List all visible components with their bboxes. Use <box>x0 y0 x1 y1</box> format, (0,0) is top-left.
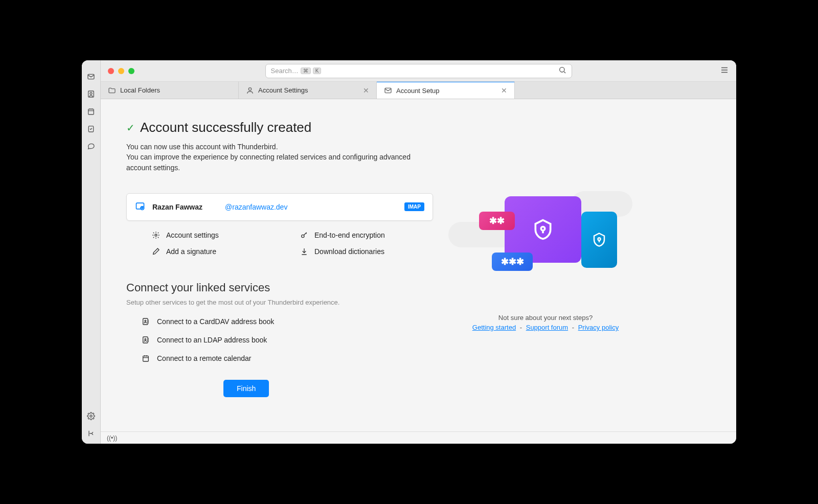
chat-icon[interactable] <box>86 141 96 151</box>
sync-icon: ((•)) <box>107 434 117 442</box>
asterisk-pill: ✱✱ <box>479 212 515 230</box>
svg-point-20 <box>598 238 601 240</box>
link-support-forum[interactable]: Support forum <box>526 324 568 331</box>
action-label: Download dictionaries <box>314 247 384 256</box>
action-dictionaries[interactable]: Download dictionaries <box>300 247 433 256</box>
svg-point-17 <box>145 338 146 340</box>
mail-setup-icon <box>384 86 392 95</box>
svg-rect-3 <box>88 109 94 114</box>
main-area: Search… ⌘ K Local Folders Account Settin… <box>101 60 736 444</box>
tab-bar: Local Folders Account Settings ✕ Account… <box>101 82 736 99</box>
linked-services-title: Connect your linked services <box>126 281 433 294</box>
svg-point-6 <box>559 67 564 72</box>
page-title: Account successfully created <box>140 120 311 135</box>
svg-point-12 <box>155 234 157 236</box>
linked-services-subtitle: Setup other services to get the most out… <box>126 299 433 306</box>
tab-local-folders[interactable]: Local Folders <box>101 82 239 99</box>
search-placeholder: Search… <box>271 67 299 75</box>
addressbook-icon <box>142 336 150 344</box>
account-card: Razan Fawwaz @razanfawwaz.dev IMAP <box>126 193 433 221</box>
help-links: Getting started - Support forum - Privac… <box>472 324 619 331</box>
key-icon <box>300 231 308 239</box>
tab-close-button[interactable]: ✕ <box>501 86 507 95</box>
action-label: End-to-end encryption <box>314 231 385 239</box>
svg-point-19 <box>541 227 544 231</box>
tab-label: Account Settings <box>258 86 308 94</box>
mail-icon[interactable] <box>86 72 96 82</box>
service-ldap[interactable]: Connect to an LDAP address book <box>142 336 433 344</box>
kbd-cmd: ⌘ <box>301 67 311 74</box>
search-icon <box>558 66 566 76</box>
action-signature[interactable]: Add a signature <box>152 247 285 256</box>
service-calendar[interactable]: Connect to a remote calendar <box>142 354 433 362</box>
menu-button[interactable] <box>720 65 729 77</box>
app-window: Search… ⌘ K Local Folders Account Settin… <box>82 60 736 444</box>
check-icon: ✓ <box>126 122 135 134</box>
svg-point-2 <box>90 93 92 95</box>
protocol-badge: IMAP <box>404 202 424 211</box>
titlebar: Search… ⌘ K <box>101 60 736 82</box>
action-encryption[interactable]: End-to-end encryption <box>300 231 433 239</box>
link-privacy-policy[interactable]: Privacy policy <box>578 324 619 331</box>
service-label: Connect to a CardDAV address book <box>157 317 274 326</box>
svg-point-15 <box>145 320 146 322</box>
settings-icon[interactable] <box>86 411 96 421</box>
calendar-icon[interactable] <box>86 106 96 117</box>
sidebar <box>82 60 101 444</box>
service-label: Connect to an LDAP address book <box>157 336 267 344</box>
pencil-icon <box>152 247 160 256</box>
calendar-icon <box>142 354 150 362</box>
service-carddav[interactable]: Connect to a CardDAV address book <box>142 317 433 326</box>
minimize-window-button[interactable] <box>118 68 124 74</box>
tasks-icon[interactable] <box>86 124 96 134</box>
addressbook-icon[interactable] <box>86 89 96 99</box>
content-area: ✓ Account successfully created You can n… <box>101 99 736 431</box>
asterisk-pill: ✱✱✱ <box>492 253 533 271</box>
tab-label: Local Folders <box>120 86 160 94</box>
service-label: Connect to a remote calendar <box>157 354 251 362</box>
account-name: Razan Fawwaz <box>152 203 202 211</box>
illustration: ✱✱ ✱✱✱ <box>464 181 627 293</box>
svg-rect-18 <box>143 356 149 361</box>
tab-label: Account Setup <box>396 87 440 95</box>
account-mail-icon <box>135 201 145 213</box>
collapse-icon[interactable] <box>86 428 96 439</box>
finish-button[interactable]: Finish <box>223 380 269 397</box>
action-account-settings[interactable]: Account settings <box>152 231 285 239</box>
addressbook-icon <box>142 317 150 326</box>
tab-close-button[interactable]: ✕ <box>363 86 369 95</box>
kbd-k: K <box>313 67 322 74</box>
window-controls <box>108 68 134 74</box>
action-label: Account settings <box>166 231 219 239</box>
link-getting-started[interactable]: Getting started <box>472 324 516 331</box>
maximize-window-button[interactable] <box>128 68 134 74</box>
svg-point-13 <box>302 235 304 237</box>
account-email: @razanfawwaz.dev <box>225 203 287 211</box>
tab-account-settings[interactable]: Account Settings ✕ <box>239 82 377 99</box>
tab-account-setup[interactable]: Account Setup ✕ <box>377 81 515 99</box>
close-window-button[interactable] <box>108 68 114 74</box>
svg-point-7 <box>248 87 251 90</box>
account-settings-icon <box>246 86 254 95</box>
page-subtitle: You can now use this account with Thunde… <box>126 142 433 173</box>
folder-icon <box>108 86 116 95</box>
search-input[interactable]: Search… ⌘ K <box>265 64 572 78</box>
gear-icon <box>152 231 160 239</box>
action-label: Add a signature <box>166 247 216 256</box>
help-prompt: Not sure about your next steps? <box>498 314 593 322</box>
status-bar: ((•)) <box>101 431 736 444</box>
download-icon <box>300 247 308 256</box>
svg-point-5 <box>90 415 92 417</box>
